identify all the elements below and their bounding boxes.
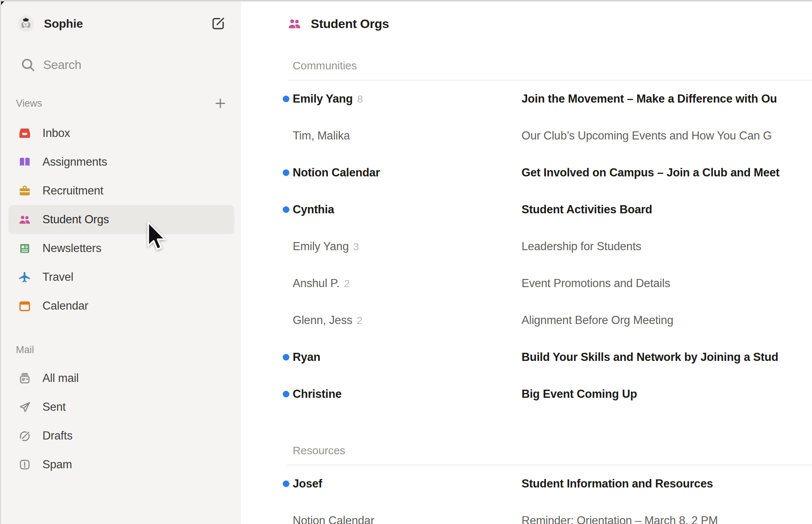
sender-name: Emily Yang: [293, 240, 349, 253]
inbox-icon: [18, 127, 31, 140]
sidebar-item-label: Calendar: [42, 299, 88, 313]
app-window: Sophie: [0, 0, 812, 524]
unread-dot-column: [279, 391, 293, 397]
sender-name: Glenn, Jess: [293, 314, 352, 327]
sender-cell: Emily Yang8: [293, 92, 522, 106]
user-row: Sophie: [17, 15, 226, 32]
unread-dot-column: [279, 96, 293, 102]
avatar[interactable]: [17, 15, 34, 32]
email-row[interactable]: Emily Yang3Leadership for Students: [241, 228, 812, 265]
email-list: JosefStudent Information and ResourcesNo…: [241, 465, 812, 524]
sidebar: Sophie: [1, 1, 241, 524]
page-title: Student Orgs: [311, 17, 389, 31]
email-subject: Big Event Coming Up: [522, 387, 812, 401]
thread-count: 8: [357, 93, 363, 105]
unread-dot: [283, 206, 289, 213]
plane-icon: [18, 270, 31, 284]
search-button[interactable]: Search: [20, 56, 226, 74]
email-row[interactable]: CynthiaStudent Activities Board: [241, 191, 812, 228]
sender-cell: Anshul P.2: [293, 277, 522, 290]
sender-cell: Glenn, Jess2: [293, 314, 522, 327]
sidebar-item-sent[interactable]: Sent: [8, 393, 234, 421]
email-row[interactable]: JosefStudent Information and Resources: [241, 465, 812, 502]
newsletter-icon: [18, 242, 31, 255]
email-row[interactable]: Anshul P.2Event Promotions and Details: [241, 265, 812, 302]
email-row[interactable]: Tim, MalikaOur Club’s Upcoming Events an…: [241, 117, 812, 154]
people-icon: [18, 213, 31, 226]
email-row[interactable]: RyanBuild Your Skills and Network by Joi…: [241, 339, 812, 376]
email-subject: Join the Movement – Make a Difference wi…: [522, 92, 812, 106]
email-row[interactable]: Notion CalendarReminder: Orientation – M…: [241, 502, 812, 524]
sidebar-item-newsletters[interactable]: Newsletters: [8, 234, 234, 263]
drafts-icon: [18, 429, 31, 442]
thread-count: 3: [353, 241, 359, 253]
email-row[interactable]: Emily Yang8Join the Movement – Make a Di…: [241, 80, 812, 117]
all-mail-icon: [18, 372, 31, 385]
email-subject: Alignment Before Org Meeting: [522, 314, 812, 327]
sidebar-item-drafts[interactable]: Drafts: [8, 421, 234, 450]
plus-icon: [213, 106, 228, 112]
email-row[interactable]: ChristineBig Event Coming Up: [241, 376, 812, 413]
search-icon: [20, 56, 37, 73]
sidebar-item-student-orgs[interactable]: Student Orgs: [8, 205, 234, 234]
sidebar-item-label: All mail: [42, 372, 79, 385]
email-subject: Our Club’s Upcoming Events and How You C…: [522, 129, 812, 142]
email-row[interactable]: Notion CalendarGet Involved on Campus – …: [241, 154, 812, 191]
section-label: Mail: [16, 344, 34, 356]
sender-name: Josef: [293, 477, 322, 490]
sender-cell: Josef: [293, 477, 522, 490]
sidebar-item-label: Student Orgs: [42, 213, 109, 226]
sender-name: Notion Calendar: [293, 166, 380, 179]
thread-count: 2: [344, 278, 350, 290]
email-subject: Get Involved on Campus – Join a Club and…: [522, 166, 812, 179]
sidebar-section-header-views: Views: [16, 97, 228, 110]
compose-icon: [210, 27, 226, 33]
email-subject: Event Promotions and Details: [522, 277, 812, 290]
sidebar-sections: ViewsInboxAssignmentsRecruitmentStudent …: [1, 97, 241, 479]
sidebar-item-label: Recruitment: [42, 184, 103, 197]
email-subject: Leadership for Students: [522, 240, 812, 253]
sender-cell: Emily Yang3: [293, 240, 522, 253]
add-view-button[interactable]: [213, 96, 228, 111]
sidebar-item-label: Spam: [42, 458, 72, 471]
sender-cell: Cynthia: [293, 203, 522, 216]
email-subject: Reminder: Orientation – March 8, 2 PM: [522, 514, 812, 524]
sidebar-item-list: InboxAssignmentsRecruitmentStudent OrgsN…: [1, 119, 241, 320]
sidebar-item-label: Sent: [42, 400, 66, 414]
search-label: Search: [43, 58, 81, 72]
compose-button[interactable]: [210, 15, 226, 32]
sidebar-item-recruitment[interactable]: Recruitment: [8, 176, 234, 205]
email-subject: Build Your Skills and Network by Joining…: [522, 351, 812, 364]
sidebar-item-all-mail[interactable]: All mail: [8, 364, 234, 393]
unread-dot: [283, 391, 289, 397]
unread-dot-column: [279, 354, 293, 361]
sender-name: Cynthia: [293, 203, 334, 216]
sidebar-item-travel[interactable]: Travel: [8, 263, 234, 292]
unread-dot: [283, 96, 289, 102]
main-panel: Student Orgs CommunitiesEmily Yang8Join …: [241, 1, 812, 524]
unread-dot-column: [279, 206, 293, 213]
sidebar-item-inbox[interactable]: Inbox: [8, 119, 234, 148]
unread-dot: [283, 480, 289, 487]
unread-dot-column: [279, 169, 293, 176]
sender-cell: Christine: [293, 387, 522, 401]
sender-name: Ryan: [293, 351, 320, 364]
sidebar-item-assignments[interactable]: Assignments: [8, 148, 234, 176]
sidebar-section-header-mail: Mail: [16, 343, 228, 356]
group-header: Communities: [293, 59, 812, 72]
email-group-communities: CommunitiesEmily Yang8Join the Movement …: [241, 59, 812, 413]
sender-name: Tim, Malika: [293, 129, 350, 142]
group-header: Resources: [293, 444, 812, 457]
unread-dot: [283, 169, 289, 176]
sender-cell: Notion Calendar: [293, 166, 522, 179]
sender-cell: Ryan: [293, 351, 522, 364]
sender-name: Notion Calendar: [293, 514, 374, 524]
sidebar-item-calendar[interactable]: Calendar: [8, 292, 234, 320]
sender-cell: Notion Calendar: [293, 514, 522, 524]
email-row[interactable]: Glenn, Jess2Alignment Before Org Meeting: [241, 302, 812, 339]
sidebar-item-list: All mailSentDraftsSpam: [1, 364, 241, 479]
sidebar-item-label: Newsletters: [42, 242, 102, 255]
sidebar-item-label: Travel: [42, 270, 73, 284]
sidebar-item-spam[interactable]: Spam: [8, 450, 234, 479]
section-label: Views: [16, 98, 42, 109]
